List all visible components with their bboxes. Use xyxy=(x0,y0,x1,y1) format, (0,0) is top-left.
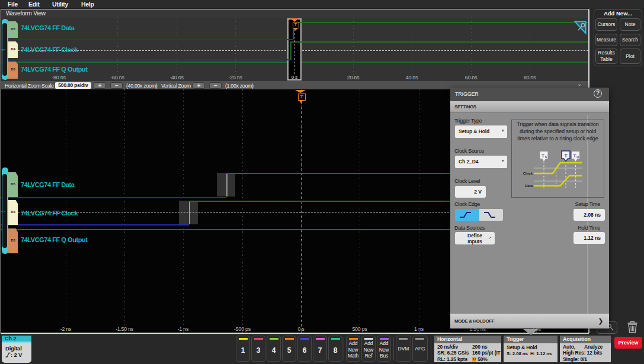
svg-text:Clock: Clock xyxy=(523,172,533,175)
svg-text:T: T xyxy=(542,153,544,159)
svg-text:T: T xyxy=(564,153,568,159)
svg-text:T: T xyxy=(573,153,576,159)
svg-text:H: H xyxy=(576,155,579,159)
svg-text:Data: Data xyxy=(525,184,533,188)
